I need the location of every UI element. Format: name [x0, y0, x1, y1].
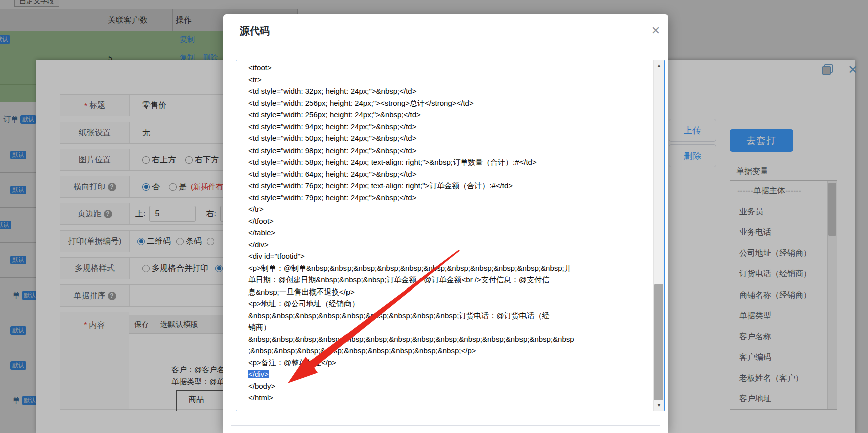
source-code-modal: 源代码 ✕ <tfoot> <tr> <td style="width: 32p… — [223, 14, 668, 433]
textarea-scrollbar-thumb[interactable] — [654, 284, 663, 411]
source-code-textarea[interactable]: <tfoot> <tr> <td style="width: 32px; hei… — [236, 60, 665, 411]
modal-divider — [223, 51, 668, 51]
app-root: { "page": { "tab_label": "自定义字段", "table… — [0, 0, 868, 433]
modal-title: 源代码 — [240, 24, 270, 38]
textarea-scrollbar[interactable]: ▲ ▼ — [653, 60, 664, 411]
modal-footer-divider — [231, 425, 660, 426]
scroll-up-icon[interactable]: ▲ — [654, 60, 664, 71]
code-selected-text: </div> — [248, 370, 269, 378]
close-icon[interactable]: ✕ — [649, 24, 662, 37]
scroll-down-icon[interactable]: ▼ — [654, 400, 664, 411]
source-code-text: <tfoot> <tr> <td style="width: 32px; hei… — [248, 62, 649, 404]
code-before-selection: <tfoot> <tr> <td style="width: 32px; hei… — [248, 63, 574, 367]
code-after-selection: </body> </html> — [248, 382, 275, 402]
